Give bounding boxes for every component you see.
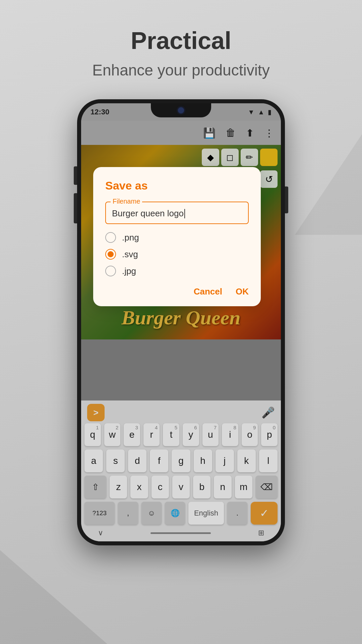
phone-outer: 12:30 ▼ ▲ ▮ 💾 🗑 ⬆ ⋮ Burger Queen [77, 99, 285, 545]
jpg-radio-label: .jpg [122, 266, 136, 276]
format-svg-option[interactable]: .svg [105, 249, 249, 260]
filename-label: Filename [111, 198, 142, 205]
phone-volume-up-button [74, 166, 77, 185]
phone-power-button [285, 186, 288, 213]
page-title: Practical [131, 27, 231, 54]
page-subtitle: Enhance your productivity [92, 61, 269, 79]
png-radio-label: .png [122, 232, 139, 243]
format-radio-group: .png .svg .jpg [105, 232, 249, 276]
cancel-button[interactable]: Cancel [194, 286, 222, 297]
phone-mockup: 12:30 ▼ ▲ ▮ 💾 🗑 ⬆ ⋮ Burger Queen [77, 99, 285, 549]
ok-button[interactable]: OK [236, 286, 249, 297]
dialog-overlay: Save as Filename Burger queen logo .png [81, 103, 281, 541]
phone-volume-down-button [74, 193, 77, 223]
png-radio-circle[interactable] [105, 232, 116, 243]
phone-screen: 12:30 ▼ ▲ ▮ 💾 🗑 ⬆ ⋮ Burger Queen [81, 103, 281, 541]
filename-input[interactable]: Burger queen logo [112, 208, 242, 219]
jpg-radio-circle[interactable] [105, 266, 116, 276]
dialog-actions: Cancel OK [105, 286, 249, 297]
dialog-title: Save as [105, 179, 249, 192]
save-dialog: Save as Filename Burger queen logo .png [93, 167, 261, 306]
svg-radio-label: .svg [122, 249, 138, 260]
format-jpg-option[interactable]: .jpg [105, 266, 249, 276]
svg-radio-circle[interactable] [105, 249, 116, 260]
text-cursor [184, 209, 185, 218]
format-png-option[interactable]: .png [105, 232, 249, 243]
svg-radio-inner [108, 251, 114, 257]
filename-input-wrap[interactable]: Filename Burger queen logo [105, 202, 249, 224]
